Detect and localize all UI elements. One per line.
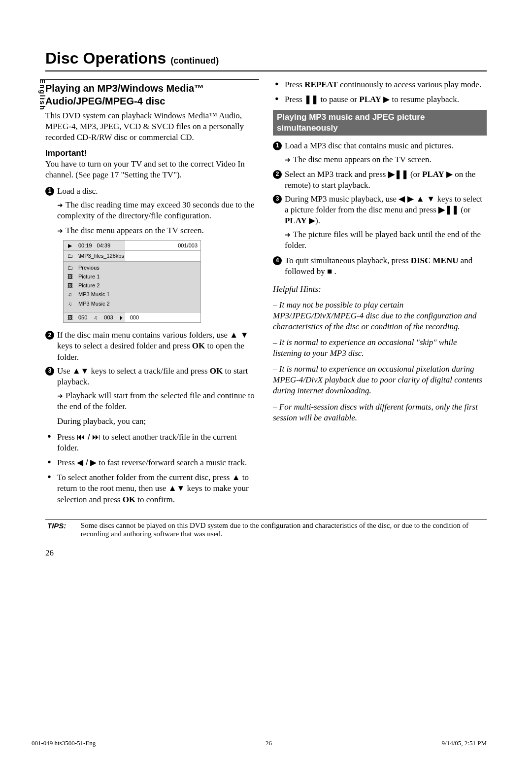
footer-date: 9/14/05, 2:51 PM	[442, 739, 487, 747]
hint-3: – It is normal to experience an occasion…	[273, 364, 487, 396]
bullet-text-d: to confirm.	[135, 495, 175, 504]
rstep-3-note: The picture files will be played back un…	[273, 229, 487, 251]
step-1-note-1: The disc reading time may exceed 30 seco…	[45, 200, 259, 221]
important-block: Important! You have to turn on your TV a…	[45, 148, 259, 180]
bullet-item: Press ❚❚ to pause or PLAY ▶ to resume pl…	[273, 94, 487, 105]
step-3: 3 Use ▲▼ keys to select a track/file and…	[45, 366, 259, 387]
tv-screen-graphic: ▶ 00:19 04:39 001/003 🗀 \MP3_files_128kb…	[63, 240, 201, 323]
step-3-text-a: Use	[57, 366, 72, 376]
title-continued: (continued)	[170, 56, 219, 66]
manual-page: English Disc Operations (continued) Play…	[0, 0, 532, 761]
screen-item-row: ♫MP3 Music 1	[64, 289, 200, 298]
step-2-text-a: If the disc main menu contains various f…	[57, 330, 230, 340]
play-label: PLAY	[359, 95, 381, 104]
title-text: Disc Operations	[45, 49, 166, 67]
step-badge-3: 3	[273, 195, 282, 204]
important-label: Important!	[45, 148, 87, 158]
music-icon: ♫	[92, 314, 99, 321]
during-text: During playback, you can;	[45, 416, 259, 427]
tips-footer: TIPS: Some discs cannot be played on thi…	[45, 519, 487, 538]
hint-4: – For multi-session discs with different…	[273, 402, 487, 423]
step-badge-2: 2	[45, 331, 54, 340]
step-2-text-b: keys to select a desired folder and pres…	[57, 341, 192, 350]
count-music: 003	[104, 314, 113, 321]
step-badge-2: 2	[273, 170, 282, 179]
intro-text: This DVD system can playback Windows Med…	[45, 110, 259, 143]
playpause-icon: ▶❚❚	[388, 170, 408, 179]
page-number: 26	[45, 548, 487, 558]
helpful-hints-label: Helpful Hints:	[273, 284, 487, 295]
item-label: Previous	[78, 264, 100, 271]
folder-icon: 🗀	[66, 264, 73, 271]
up-down-icon: ▲ ▼	[230, 330, 248, 340]
left-column: Playing an MP3/Windows Media™ Audio/JPEG…	[45, 79, 259, 509]
footer-page: 26	[266, 739, 272, 747]
music-icon: ♫	[66, 291, 73, 298]
repeat-label: REPEAT	[304, 80, 338, 89]
item-label: MP3 Music 2	[78, 300, 110, 307]
hint-2: – It is normal to experience an occasion…	[273, 337, 487, 359]
rstep-1-text: Load a MP3 disc that contains music and …	[285, 141, 453, 150]
discmenu-label: DISC MENU	[411, 256, 459, 265]
language-tab: English	[38, 79, 46, 111]
picture-icon: 🖼	[66, 273, 73, 280]
step-1-note-2: The disc menu appears on the TV screen.	[45, 225, 259, 236]
video-icon: ⏵	[118, 314, 125, 321]
up-down-icon: ▲▼	[72, 366, 89, 376]
bullet-text-a: To select another folder from the curren…	[57, 473, 232, 482]
stop-icon: ■	[327, 267, 332, 276]
bullet-text-b: continuously to access various play mode…	[338, 80, 481, 89]
play-icon: ▶	[446, 170, 453, 179]
bullet-item: Press REPEAT continuously to access vari…	[273, 79, 487, 90]
content-columns: Playing an MP3/Windows Media™ Audio/JPEG…	[45, 79, 487, 509]
rstep-4-text-a: To quit simultaneous playback, press	[285, 256, 411, 265]
footer-file: 001-049 hts3500-51-Eng	[32, 739, 96, 747]
step-3-text-b: keys to select a track/file and press	[89, 366, 209, 376]
bullet-text-a: Press	[57, 458, 77, 467]
picture-icon: 🖼	[66, 314, 73, 321]
item-label: Picture 1	[78, 273, 100, 280]
screen-item-row: 🗀Previous	[64, 262, 200, 271]
subhead-rule	[45, 79, 259, 80]
step-1: 1 Load a disc.	[45, 186, 259, 197]
screen-footer-row: 🖼050 ♫003 ⏵000	[64, 312, 200, 322]
folder-path: \MP3_files_128kbs	[78, 252, 124, 259]
folder-icon: 🗀	[66, 252, 73, 259]
picture-icon: 🖼	[66, 282, 73, 289]
prev-next-icon: ⏮ / ⏭	[77, 432, 100, 442]
rstep-2-text-b: (or	[408, 170, 422, 179]
bullet-item: To select another folder from the curren…	[45, 472, 259, 505]
step-badge-1: 1	[273, 141, 282, 150]
elapsed-time: 00:19	[78, 242, 92, 249]
rstep-2: 2 Select an MP3 track and press ▶❚❚ (or …	[273, 169, 487, 191]
screen-header-row: ▶ 00:19 04:39 001/003	[64, 241, 200, 251]
playpause-icon: ▶❚❚	[438, 205, 459, 214]
tips-text: Some discs cannot be played on this DVD …	[81, 521, 475, 538]
ok-label: OK	[210, 366, 223, 376]
play-icon: ▶	[309, 216, 315, 225]
bullet-text-a: Press	[285, 80, 304, 89]
right-column: Press REPEAT continuously to access vari…	[273, 79, 487, 509]
up-icon: ▲	[232, 473, 240, 482]
item-label: Picture 2	[78, 282, 100, 289]
rstep-1-note: The disc menu appears on the TV screen.	[273, 154, 487, 165]
bullet-text-a: Press	[285, 95, 304, 104]
play-icon: ▶	[66, 242, 73, 249]
ok-label: OK	[192, 341, 205, 350]
header-rule	[45, 70, 487, 71]
page-title: Disc Operations (continued)	[45, 49, 487, 68]
bullet-text-c: to resume playback.	[390, 95, 459, 104]
hint-1: – It may not be possible to play certain…	[273, 300, 487, 332]
section-heading: Playing an MP3/Windows Media™ Audio/JPEG…	[45, 82, 259, 107]
up-down-icon: ▲▼	[168, 484, 185, 493]
screen-item-row: 🖼Picture 2	[64, 280, 200, 289]
total-time: 04:39	[97, 242, 111, 249]
bullet-text-a: Press	[57, 432, 77, 442]
tips-label: TIPS:	[47, 521, 79, 530]
step-1-text: Load a disc.	[57, 186, 98, 196]
rstep-4: 4 To quit simultaneous playback, press D…	[273, 255, 487, 277]
left-right-icon: ◀ / ▶	[77, 458, 97, 467]
bullet-text-b: to fast reverse/forward search a music t…	[97, 458, 247, 467]
step-badge-3: 3	[45, 367, 54, 376]
music-icon: ♫	[66, 300, 73, 307]
